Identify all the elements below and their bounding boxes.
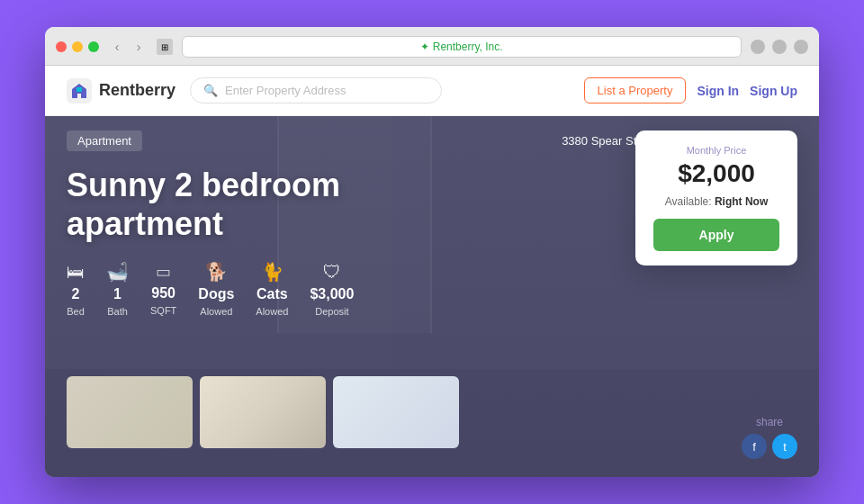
bath-label: Bath (107, 306, 128, 317)
facebook-share-button[interactable]: f (742, 434, 767, 459)
list-property-button[interactable]: List a Property (584, 77, 687, 104)
browser-actions (751, 40, 808, 54)
feature-deposit: 🛡 $3,000 Deposit (310, 262, 354, 317)
logo-text: Rentberry (99, 81, 176, 100)
thumbnail-3[interactable] (333, 376, 459, 448)
share-icons: f t (742, 434, 797, 459)
search-placeholder: Enter Property Address (225, 84, 346, 97)
twitter-share-button[interactable]: t (772, 434, 797, 459)
feature-sqft: ▭ 950 SQFT (150, 262, 176, 316)
sqft-icon: ▭ (156, 262, 171, 282)
thumbnail-1[interactable] (67, 376, 193, 448)
property-type-badge: Apartment (67, 130, 142, 151)
bed-value: 2 (72, 286, 80, 302)
sign-up-button[interactable]: Sign Up (750, 84, 797, 98)
logo-icon (67, 78, 92, 104)
traffic-lights (56, 41, 99, 52)
bookmark-icon[interactable] (794, 40, 808, 54)
back-button[interactable]: ‹ (108, 38, 126, 56)
cats-label: Alowed (256, 306, 288, 317)
property-features: 🛏 2 Bed 🛁 1 Bath ▭ 950 SQFT 🐕 Dogs (67, 261, 797, 317)
feature-dogs: 🐕 Dogs Alowed (198, 261, 234, 317)
property-title: Sunny 2 bedroom apartment (67, 166, 499, 243)
thumbnail-2[interactable] (200, 376, 326, 448)
availability-value: Right Now (715, 195, 768, 208)
sign-in-button[interactable]: Sign In (697, 84, 739, 98)
apply-button[interactable]: Apply (653, 219, 779, 251)
maximize-button[interactable] (88, 41, 99, 52)
dogs-icon: 🐕 (205, 261, 228, 283)
logo[interactable]: Rentberry (67, 78, 176, 104)
bath-value: 1 (113, 286, 122, 302)
feature-cats: 🐈 Cats Alowed (256, 261, 288, 317)
address-bar[interactable]: ✦ Rentberry, Inc. (182, 36, 742, 58)
cats-value: Cats (256, 286, 288, 302)
forward-button[interactable]: › (130, 38, 148, 56)
site-header: Rentberry 🔍 Enter Property Address List … (45, 66, 819, 116)
share-label: share (756, 416, 783, 428)
nav-right: List a Property Sign In Sign Up (584, 77, 797, 104)
feature-bed: 🛏 2 Bed (67, 262, 85, 317)
bed-label: Bed (67, 306, 85, 317)
share-section: share f t (742, 416, 797, 459)
dogs-value: Dogs (198, 286, 234, 302)
deposit-value: $3,000 (310, 286, 354, 302)
price-card: Monthly Price $2,000 Available: Right No… (635, 130, 797, 266)
sqft-label: SQFT (150, 305, 176, 316)
close-button[interactable] (56, 41, 67, 52)
feature-bath: 🛁 1 Bath (106, 261, 129, 317)
sqft-value: 950 (151, 285, 176, 302)
deposit-icon: 🛡 (323, 262, 341, 283)
cats-icon: 🐈 (261, 261, 284, 283)
tab-icon: ⊞ (157, 39, 173, 55)
bath-icon: 🛁 (106, 261, 129, 283)
title-line1: Sunny 2 bedroom (67, 166, 340, 203)
search-bar[interactable]: 🔍 Enter Property Address (190, 77, 442, 104)
thumbnail-strip (67, 376, 459, 448)
minimize-button[interactable] (72, 41, 83, 52)
monthly-price-amount: $2,000 (653, 159, 779, 188)
monthly-price-label: Monthly Price (653, 145, 779, 156)
browser-window: ‹ › ⊞ ✦ Rentberry, Inc. Rentberry 🔍 Ente… (45, 27, 819, 477)
bed-icon: 🛏 (67, 262, 85, 283)
browser-chrome: ‹ › ⊞ ✦ Rentberry, Inc. (45, 27, 819, 66)
availability-label: Available: (665, 195, 712, 208)
nav-buttons: ‹ › (108, 38, 148, 56)
dogs-label: Alowed (200, 306, 232, 317)
title-line2: apartment (67, 205, 223, 242)
availability: Available: Right Now (653, 195, 779, 208)
share-browser-icon[interactable] (772, 40, 787, 54)
main-content: Apartment 3380 Spear Street, San Francis… (45, 116, 819, 477)
deposit-label: Deposit (315, 306, 348, 317)
reader-icon[interactable] (751, 40, 765, 54)
svg-rect-1 (76, 87, 82, 92)
search-icon: 🔍 (203, 84, 218, 97)
